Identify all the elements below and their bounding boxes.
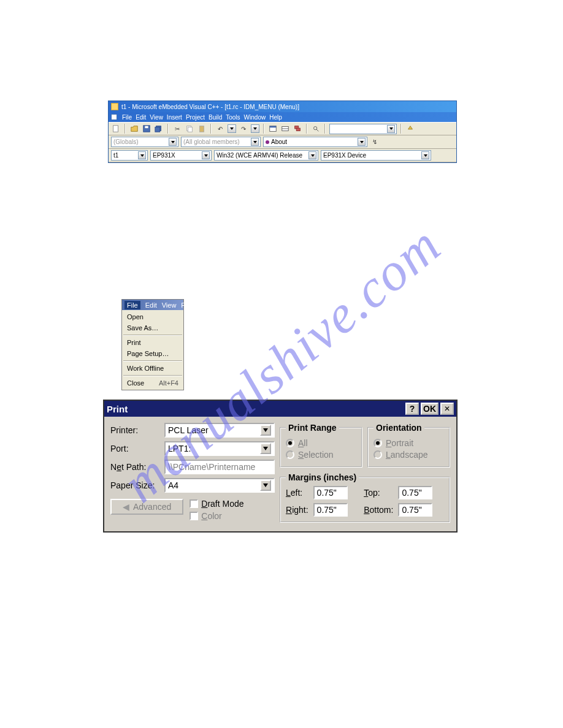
chevron-left-icon: ◀ [123, 502, 129, 512]
menu-help[interactable]: Help [269, 114, 282, 121]
open-folder-icon[interactable] [129, 124, 139, 134]
workspace-icon[interactable] [268, 124, 278, 134]
dropdown-arrow-icon [260, 480, 271, 491]
save-icon[interactable] [142, 124, 151, 134]
project-combo[interactable]: t1 [111, 150, 148, 161]
advanced-button[interactable]: ◀ Advanced [110, 499, 183, 515]
device-combo[interactable]: EP931X Device [321, 150, 431, 161]
net-path-value: \\PCname\Printername [168, 462, 255, 472]
redo-dropdown[interactable] [251, 124, 259, 133]
advanced-row: ◀ Advanced Draft Mode Color [110, 499, 275, 521]
paste-icon[interactable] [197, 124, 207, 134]
pocket-menubar-row: File Edit View Fav [122, 300, 183, 310]
find-in-files-icon[interactable] [311, 124, 321, 134]
paper-size-combo[interactable]: A4 [164, 478, 275, 493]
separator [124, 124, 126, 134]
svg-rect-2 [145, 126, 148, 129]
menu-item-save-as[interactable]: Save As… [122, 322, 183, 333]
menu-item-page-setup[interactable]: Page Setup… [122, 348, 183, 359]
menu-edit[interactable]: Edit [145, 301, 157, 309]
windows-list-icon[interactable] [293, 124, 302, 134]
find-combo[interactable] [329, 124, 397, 134]
help-button[interactable]: ? [405, 403, 419, 415]
menu-project[interactable]: Project [186, 114, 205, 121]
menu-item-print[interactable]: Print [122, 337, 183, 348]
close-button[interactable] [440, 403, 454, 415]
paper-size-label: Paper Size: [110, 480, 161, 490]
printer-value: PCL Laser [168, 425, 209, 435]
separator [306, 124, 307, 134]
left-label: Left: [286, 488, 308, 498]
top-input[interactable]: 0.75" [398, 486, 432, 499]
draft-mode-checkbox[interactable] [190, 499, 198, 508]
bottom-input[interactable]: 0.75" [398, 503, 432, 517]
copy-icon[interactable] [185, 124, 194, 134]
menu-separator [123, 375, 182, 376]
left-input[interactable]: 0.75" [313, 486, 348, 499]
menu-item-work-offline[interactable]: Work Offline [122, 363, 183, 374]
menu-view[interactable]: View [162, 301, 177, 309]
close-accelerator: Alt+F4 [159, 379, 178, 387]
separator [400, 124, 402, 134]
goto-icon[interactable]: ↯ [370, 137, 380, 147]
globals-combo[interactable]: (Globals) [111, 137, 178, 147]
menu-item-close[interactable]: Close Alt+F4 [122, 377, 183, 389]
print-range-group: Print Range All Selection [280, 423, 362, 468]
menu-file[interactable]: File [124, 301, 140, 309]
portrait-radio[interactable] [373, 439, 382, 447]
landscape-radio-row: Landscape [373, 450, 444, 460]
orientation-legend: Orientation [373, 423, 424, 433]
net-path-input[interactable]: \\PCname\Printername [164, 460, 275, 474]
ide-config-bar: t1 EP931X Win32 (WCE ARMV4I) Release EP9… [109, 149, 456, 162]
menu-fav[interactable]: Fav [181, 301, 192, 309]
ide-titlebar: t1 - Microsoft eMbedded Visual C++ - [t1… [109, 101, 456, 112]
config-combo[interactable]: Win32 (WCE ARMV4I) Release [214, 150, 318, 161]
members-combo[interactable]: (All global members) [181, 137, 261, 147]
dropdown-arrow-icon [260, 425, 271, 436]
menu-build[interactable]: Build [209, 114, 222, 121]
window-title: t1 - Microsoft eMbedded Visual C++ - [t1… [121, 104, 299, 110]
about-combo[interactable]: About [263, 137, 367, 147]
separator [324, 124, 326, 134]
undo-dropdown[interactable] [228, 124, 236, 133]
paper-size-value: A4 [168, 480, 178, 490]
all-radio[interactable] [286, 439, 294, 447]
members-value: (All global members) [183, 138, 240, 145]
menu-insert[interactable]: Insert [167, 114, 182, 121]
save-all-icon[interactable] [154, 124, 164, 134]
cut-icon[interactable]: ✂ [172, 124, 182, 134]
search-icon[interactable] [405, 124, 415, 134]
port-value: LPT1: [168, 444, 191, 453]
svg-rect-0 [113, 126, 118, 132]
new-file-icon[interactable] [111, 124, 121, 134]
draft-mode-checkbox-row: Draft Mode [190, 499, 243, 509]
output-icon[interactable] [280, 124, 290, 134]
pocket-ie-menubar: File Edit View Fav Open Save As… Print P… [121, 299, 184, 390]
color-checkbox[interactable] [190, 512, 198, 520]
menu-file[interactable]: File [122, 114, 132, 121]
port-combo[interactable]: LPT1: [164, 441, 275, 456]
right-input[interactable]: 0.75" [313, 503, 348, 517]
separator [263, 124, 264, 134]
printer-combo[interactable]: PCL Laser [164, 423, 275, 438]
menu-edit[interactable]: Edit [136, 114, 146, 121]
undo-icon[interactable]: ↶ [215, 124, 225, 134]
file-menu-dropdown: Open Save As… Print Page Setup… Work Off… [122, 310, 183, 390]
menu-view[interactable]: View [150, 114, 163, 121]
selection-radio[interactable] [286, 450, 294, 459]
bottom-label: Bottom: [364, 505, 393, 515]
dropdown-arrow-icon [260, 443, 271, 454]
menu-item-open[interactable]: Open [122, 311, 183, 322]
svg-rect-4 [155, 127, 160, 132]
right-top-row: Print Range All Selection Orientation Po… [280, 423, 450, 468]
landscape-radio[interactable] [373, 450, 382, 459]
redo-icon[interactable]: ↷ [239, 124, 248, 134]
landscape-label: Landscape [386, 450, 428, 460]
printer-label: Printer: [110, 425, 161, 435]
menu-tools[interactable]: Tools [226, 114, 240, 121]
all-radio-row: All [286, 438, 356, 448]
ok-button[interactable]: OK [421, 403, 439, 415]
menu-window[interactable]: Window [244, 114, 266, 121]
config-value: Win32 (WCE ARMV4I) Release [216, 152, 302, 159]
platform-combo[interactable]: EP931X [150, 150, 212, 161]
